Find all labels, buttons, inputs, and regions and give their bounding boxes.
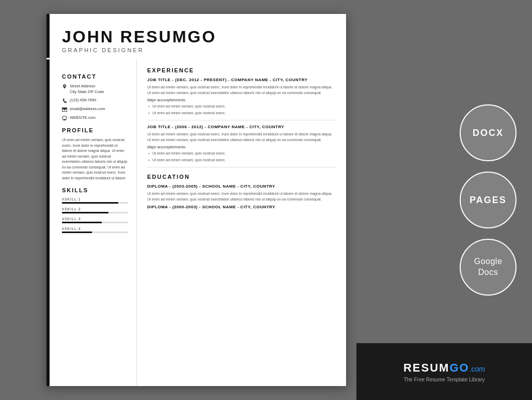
main-container: JOHN RESUMGO GRAPHIC DESIGNER CONTACT St… [0, 0, 532, 400]
profile-section-title: PROFILE [62, 127, 128, 133]
bottom-bar: RESUMGO.com The Free Resume Template Lib… [356, 343, 532, 400]
skill-bar-bg-3 [62, 222, 128, 223]
experience-section-title: EXPERIENCE [147, 67, 336, 73]
contact-address: Street Address City State ZIP Code [62, 84, 128, 95]
location-icon [62, 84, 67, 89]
docx-label: DOCX [473, 128, 504, 139]
pages-button[interactable]: PAGES [460, 172, 517, 228]
skill-name-1: #SKILL 1 [62, 197, 128, 201]
accomplishments-label-1: Major accomplishments: [147, 98, 336, 102]
skills-section-title: SKILLS [62, 187, 128, 193]
google-docs-label: GoogleDocs [474, 256, 503, 278]
resume-body: CONTACT Street Address City State ZIP Co… [46, 59, 346, 386]
contact-section-title: CONTACT [62, 73, 128, 80]
brand-logo: RESUMGO.com [403, 361, 485, 375]
job-desc-1: Ut enim ad minim veniam, quis nostrud ex… [147, 85, 336, 96]
bullet-1-1: Ut enim ad minim veniam, quis nostrud ex… [147, 104, 336, 110]
brand-name-com: .com [470, 365, 485, 373]
brand-tagline: The Free Resume Template Library [403, 377, 484, 382]
resume-title: GRAPHIC DESIGNER [62, 47, 331, 53]
left-column: CONTACT Street Address City State ZIP Co… [46, 59, 137, 386]
svg-rect-1 [64, 119, 66, 120]
skill-name-2: #SKILL 2 [62, 207, 128, 211]
svg-rect-0 [62, 116, 67, 119]
skill-bar-fill-4 [62, 232, 92, 233]
contact-email: email@address.com [62, 106, 128, 112]
resume-header: JOHN RESUMGO GRAPHIC DESIGNER [46, 14, 346, 59]
accomplishments-label-2: Major accomplishments: [147, 145, 336, 149]
bullet-2-2: Ut enim ad minim veniam, quis nostrud ex… [147, 158, 336, 163]
website-icon [62, 116, 67, 121]
skill-name-4: #SKILL 4 [62, 227, 128, 230]
education-section-title: EDUCATION [147, 174, 336, 180]
bullet-1-2: Ut enim ad minim veniam, quis nostrud ex… [147, 111, 336, 116]
svg-rect-2 [63, 120, 66, 120]
bullet-2-1: Ut enim ad minim veniam, quis nostrud ex… [147, 151, 336, 157]
contact-phone: (123) 456-7890 [62, 98, 128, 103]
email-icon [62, 107, 67, 112]
skill-item-1: #SKILL 1 [62, 197, 128, 204]
skill-item-2: #SKILL 2 [62, 207, 128, 213]
skill-bar-bg-1 [62, 202, 128, 204]
resume-document: JOHN RESUMGO GRAPHIC DESIGNER CONTACT St… [46, 14, 346, 386]
skill-bar-bg-2 [62, 212, 128, 213]
skill-item-3: #SKILL 3 [62, 217, 128, 223]
job-title-1: JOB TITLE - (DEC. 2012 - PRESENT) - COMP… [147, 78, 336, 82]
format-panel: DOCX PAGES GoogleDocs [460, 104, 517, 296]
website-text: WEBSITE.com [70, 115, 96, 121]
divider-2 [147, 167, 336, 167]
skill-item-4: #SKILL 4 [62, 227, 128, 233]
skill-bar-fill-2 [62, 212, 108, 213]
edu-title-1: DIPLOMA - (2003-2005) - SCHOOL NAME - Ci… [147, 184, 336, 189]
edu-title-2: DIPLOMA - (2000-2003) - SCHOOL NAME - Ci… [147, 205, 336, 209]
skill-name-3: #SKILL 3 [62, 217, 128, 221]
resume-name: JOHN RESUMGO [62, 28, 331, 45]
address-text: Street Address City State ZIP Code [70, 84, 104, 95]
brand-name-go: GO [449, 361, 469, 375]
left-border [46, 59, 50, 386]
skill-bar-bg-4 [62, 232, 128, 233]
skill-bar-fill-1 [62, 202, 118, 204]
edu-desc-1: Ut enim ad minim veniam, quis nostrud ex… [147, 191, 336, 202]
email-text: email@address.com [70, 106, 105, 112]
job-title-2: JOB TITLE - (2006 - 2012) - COMPANY NAME… [147, 125, 336, 129]
phone-icon [62, 98, 67, 103]
brand-name-part1: RESUM [403, 361, 449, 375]
phone-text: (123) 456-7890 [70, 98, 96, 103]
profile-text: Ut enim ad minim veniam, quis nostrud ex… [62, 137, 128, 181]
google-docs-button[interactable]: GoogleDocs [460, 239, 517, 296]
skill-bar-fill-3 [62, 222, 102, 223]
pages-label: PAGES [470, 195, 507, 206]
divider-1 [147, 120, 336, 120]
job-desc-2: Ut enim ad minim veniam, quis nostrud ex… [147, 132, 336, 143]
contact-website: WEBSITE.com [62, 115, 128, 121]
right-column: EXPERIENCE JOB TITLE - (DEC. 2012 - PRES… [137, 59, 346, 386]
docx-button[interactable]: DOCX [460, 104, 517, 161]
